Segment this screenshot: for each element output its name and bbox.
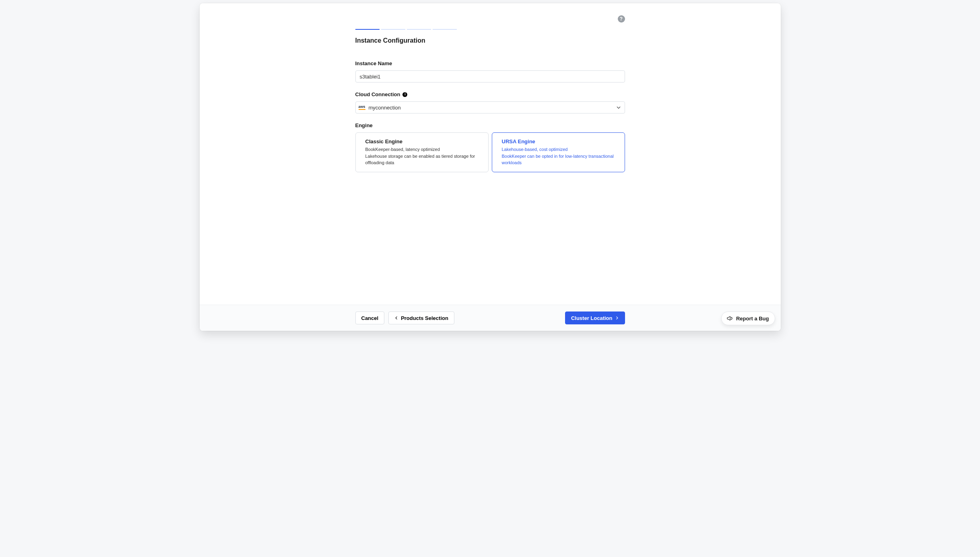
megaphone-icon bbox=[726, 315, 733, 322]
footer-bar: Cancel Products Selection Cluster Locati… bbox=[200, 305, 781, 331]
label-cloud-connection-text: Cloud Connection bbox=[355, 91, 400, 97]
info-icon[interactable]: i bbox=[402, 92, 407, 97]
engine-option-line1: BookKeeper-based, latency optimized bbox=[365, 146, 482, 153]
step-4[interactable] bbox=[433, 29, 457, 30]
step-3[interactable] bbox=[407, 29, 431, 30]
engine-option-line1: Lakehouse-based, cost optimized bbox=[502, 146, 618, 153]
back-button[interactable]: Products Selection bbox=[388, 312, 454, 324]
next-button-label: Cluster Location bbox=[571, 315, 613, 321]
step-2[interactable] bbox=[381, 29, 405, 30]
field-cloud-connection: Cloud Connection i aws myconnection bbox=[355, 91, 625, 113]
label-cloud-connection: Cloud Connection i bbox=[355, 91, 625, 97]
back-button-label: Products Selection bbox=[401, 315, 448, 321]
cancel-button[interactable]: Cancel bbox=[355, 312, 385, 324]
cloud-connection-selected-value: myconnection bbox=[369, 105, 401, 111]
next-button[interactable]: Cluster Location bbox=[565, 312, 625, 324]
cloud-connection-select[interactable]: myconnection bbox=[355, 101, 625, 113]
section-title: Instance Configuration bbox=[355, 37, 625, 44]
engine-option-classic[interactable]: Classic EngineBookKeeper-based, latency … bbox=[355, 132, 489, 172]
engine-option-line2: BookKeeper can be opted in for low-laten… bbox=[502, 153, 618, 166]
report-bug-button[interactable]: Report a Bug bbox=[721, 312, 775, 325]
cancel-button-label: Cancel bbox=[361, 315, 379, 321]
step-1[interactable] bbox=[355, 29, 380, 30]
field-engine: Engine Classic EngineBookKeeper-based, l… bbox=[355, 122, 625, 172]
field-instance-name: Instance Name bbox=[355, 60, 625, 83]
engine-option-line2: Lakehouse storage can be enabled as tier… bbox=[365, 153, 482, 166]
label-instance-name: Instance Name bbox=[355, 60, 625, 66]
instance-name-input[interactable] bbox=[355, 70, 625, 83]
engine-option-title: Classic Engine bbox=[365, 138, 482, 144]
label-engine: Engine bbox=[355, 122, 625, 128]
chevron-left-icon bbox=[394, 316, 398, 320]
engine-option-ursa[interactable]: URSA EngineLakehouse-based, cost optimiz… bbox=[492, 132, 625, 172]
engine-option-title: URSA Engine bbox=[502, 138, 618, 144]
help-icon[interactable]: ? bbox=[618, 15, 625, 23]
report-bug-label: Report a Bug bbox=[736, 316, 769, 322]
stepper bbox=[355, 29, 625, 30]
chevron-right-icon bbox=[615, 316, 619, 320]
